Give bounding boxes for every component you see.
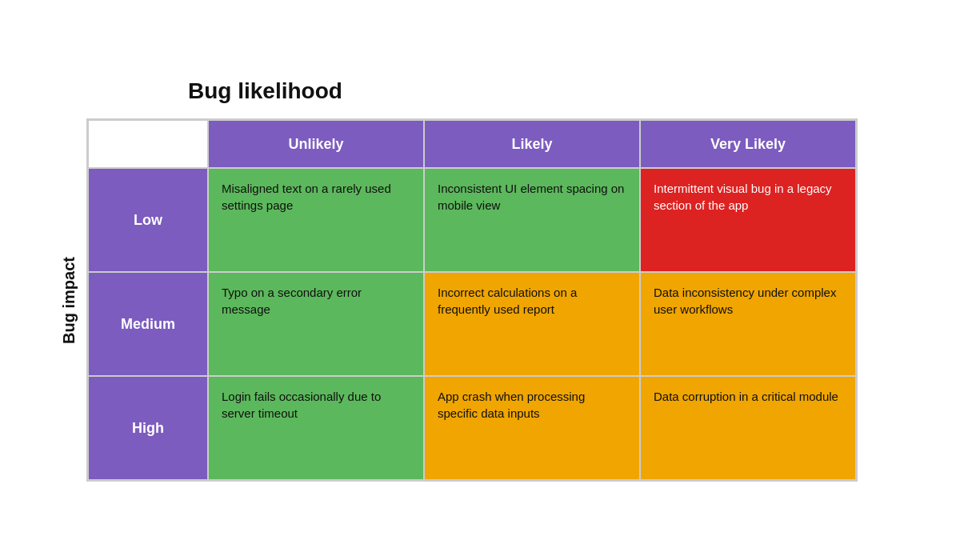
- cell-medium-unlikely: Typo on a secondary error message: [208, 272, 424, 376]
- cell-high-unlikely: Login fails occasionally due to server t…: [208, 376, 424, 480]
- cell-high-likely: App crash when processing specific data …: [424, 376, 640, 480]
- cell-medium-very-likely: Data inconsistency under complex user wo…: [640, 272, 856, 376]
- header-likely: Likely: [424, 120, 640, 168]
- header-empty-cell: [88, 120, 208, 168]
- row-label-low: Low: [88, 168, 208, 272]
- header-very-likely: Very Likely: [640, 120, 856, 168]
- row-label-high: High: [88, 376, 208, 480]
- y-axis-label: Bug impact: [60, 257, 78, 344]
- cell-high-very-likely: Data corruption in a critical module: [640, 376, 856, 480]
- chart-title: Bug likelihood: [188, 78, 342, 104]
- cell-low-very-likely: Intermittent visual bug in a legacy sect…: [640, 168, 856, 272]
- header-unlikely: Unlikely: [208, 120, 424, 168]
- cell-low-likely: Inconsistent UI element spacing on mobil…: [424, 168, 640, 272]
- matrix-grid: Unlikely Likely Very Likely Low Misalign…: [86, 118, 858, 482]
- chart-body: Bug impact Unlikely Likely Very Likely L…: [60, 118, 900, 482]
- cell-low-unlikely: Misaligned text on a rarely used setting…: [208, 168, 424, 272]
- cell-medium-likely: Incorrect calculations on a frequently u…: [424, 272, 640, 376]
- chart-container: Bug likelihood Bug impact Unlikely Likel…: [60, 78, 900, 482]
- row-label-medium: Medium: [88, 272, 208, 376]
